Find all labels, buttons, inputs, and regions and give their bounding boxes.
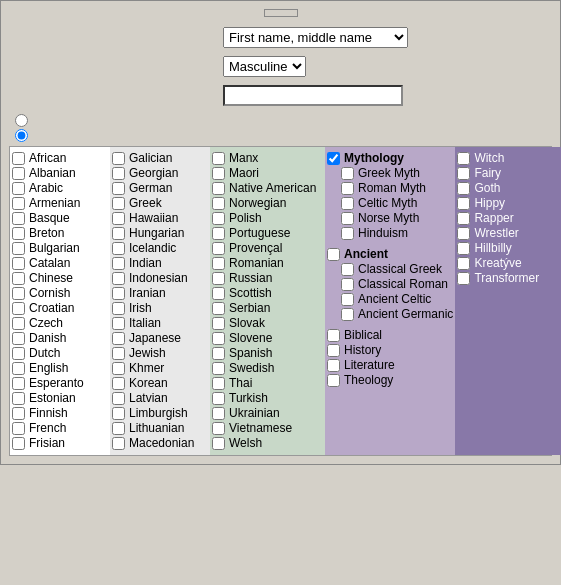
category-label[interactable]: Classical Roman <box>358 277 448 291</box>
category-checkbox[interactable] <box>12 302 25 315</box>
category-checkbox[interactable] <box>457 197 470 210</box>
category-checkbox[interactable] <box>12 227 25 240</box>
category-label[interactable]: English <box>29 361 68 375</box>
category-checkbox[interactable] <box>212 167 225 180</box>
category-label[interactable]: Serbian <box>229 301 270 315</box>
category-checkbox[interactable] <box>12 167 25 180</box>
generate-button[interactable] <box>264 9 298 17</box>
category-label[interactable]: Limburgish <box>129 406 188 420</box>
category-checkbox[interactable] <box>12 287 25 300</box>
category-checkbox[interactable] <box>212 212 225 225</box>
category-label[interactable]: Catalan <box>29 256 70 270</box>
category-label[interactable]: Estonian <box>29 391 76 405</box>
category-label[interactable]: Indian <box>129 256 162 270</box>
category-label[interactable]: Hippy <box>474 196 505 210</box>
category-checkbox[interactable] <box>341 212 354 225</box>
category-checkbox[interactable] <box>12 212 25 225</box>
category-checkbox[interactable] <box>212 377 225 390</box>
category-label[interactable]: French <box>29 421 66 435</box>
category-label[interactable]: Portuguese <box>229 226 290 240</box>
category-label[interactable]: Theology <box>344 373 393 387</box>
category-checkbox[interactable] <box>12 197 25 210</box>
category-checkbox[interactable] <box>12 437 25 450</box>
category-checkbox[interactable] <box>112 362 125 375</box>
category-label[interactable]: Turkish <box>229 391 268 405</box>
category-checkbox[interactable] <box>212 242 225 255</box>
category-label[interactable]: Ancient Celtic <box>358 292 431 306</box>
category-label[interactable]: Galician <box>129 151 172 165</box>
category-label[interactable]: Norse Myth <box>358 211 419 225</box>
category-label[interactable]: Iranian <box>129 286 166 300</box>
category-checkbox[interactable] <box>457 152 470 165</box>
category-checkbox[interactable] <box>12 362 25 375</box>
category-checkbox[interactable] <box>112 392 125 405</box>
category-label[interactable]: Swedish <box>229 361 274 375</box>
category-checkbox[interactable] <box>112 152 125 165</box>
category-checkbox[interactable] <box>341 263 354 276</box>
category-label[interactable]: Slovene <box>229 331 272 345</box>
category-label[interactable]: Italian <box>129 316 161 330</box>
category-label[interactable]: Greek Myth <box>358 166 420 180</box>
category-label[interactable]: Japanese <box>129 331 181 345</box>
category-label[interactable]: Croatian <box>29 301 74 315</box>
surname-input[interactable] <box>223 85 403 106</box>
category-label[interactable]: Frisian <box>29 436 65 450</box>
category-checkbox[interactable] <box>112 332 125 345</box>
category-checkbox[interactable] <box>12 272 25 285</box>
category-checkbox[interactable] <box>212 347 225 360</box>
category-label[interactable]: Scottish <box>229 286 272 300</box>
category-label[interactable]: Native American <box>229 181 316 195</box>
category-label[interactable]: Armenian <box>29 196 80 210</box>
category-label[interactable]: Vietnamese <box>229 421 292 435</box>
category-label[interactable]: Hinduism <box>358 226 408 240</box>
category-checkbox[interactable] <box>112 317 125 330</box>
category-label[interactable]: Slovak <box>229 316 265 330</box>
category-checkbox[interactable] <box>112 437 125 450</box>
category-checkbox[interactable] <box>212 182 225 195</box>
category-label[interactable]: Georgian <box>129 166 178 180</box>
category-checkbox[interactable] <box>457 272 470 285</box>
category-label[interactable]: Welsh <box>229 436 262 450</box>
category-checkbox[interactable] <box>341 293 354 306</box>
category-label[interactable]: Icelandic <box>129 241 176 255</box>
category-checkbox[interactable] <box>212 197 225 210</box>
category-label[interactable]: Hungarian <box>129 226 184 240</box>
category-label[interactable]: Rapper <box>474 211 513 225</box>
category-label[interactable]: Dutch <box>29 346 60 360</box>
category-checkbox[interactable] <box>112 242 125 255</box>
category-checkbox[interactable] <box>12 407 25 420</box>
mythology-label[interactable]: Mythology <box>344 151 404 165</box>
category-label[interactable]: Basque <box>29 211 70 225</box>
given-names-select[interactable]: First name only First name, middle name … <box>223 27 408 48</box>
category-checkbox[interactable] <box>112 347 125 360</box>
category-checkbox[interactable] <box>212 407 225 420</box>
category-checkbox[interactable] <box>12 182 25 195</box>
category-checkbox[interactable] <box>457 212 470 225</box>
category-label[interactable]: Chinese <box>29 271 73 285</box>
category-checkbox[interactable] <box>12 392 25 405</box>
category-label[interactable]: Latvian <box>129 391 168 405</box>
category-checkbox[interactable] <box>112 422 125 435</box>
category-checkbox[interactable] <box>212 152 225 165</box>
category-checkbox[interactable] <box>212 287 225 300</box>
category-checkbox[interactable] <box>457 257 470 270</box>
category-label[interactable]: Hillbilly <box>474 241 511 255</box>
category-checkbox[interactable] <box>341 182 354 195</box>
category-checkbox[interactable] <box>12 347 25 360</box>
ancient-checkbox[interactable] <box>327 248 340 261</box>
category-label[interactable]: Norwegian <box>229 196 286 210</box>
category-label[interactable]: Cornish <box>29 286 70 300</box>
category-checkbox[interactable] <box>341 167 354 180</box>
category-label[interactable]: Lithuanian <box>129 421 184 435</box>
category-checkbox[interactable] <box>112 377 125 390</box>
category-checkbox[interactable] <box>212 437 225 450</box>
category-checkbox[interactable] <box>327 329 340 342</box>
category-label[interactable]: Witch <box>474 151 504 165</box>
category-label[interactable]: Literature <box>344 358 395 372</box>
category-label[interactable]: Indonesian <box>129 271 188 285</box>
category-checkbox[interactable] <box>212 257 225 270</box>
category-checkbox[interactable] <box>341 227 354 240</box>
choose-radio[interactable] <box>15 129 28 142</box>
category-label[interactable]: Kreatýve <box>474 256 521 270</box>
category-checkbox[interactable] <box>212 422 225 435</box>
